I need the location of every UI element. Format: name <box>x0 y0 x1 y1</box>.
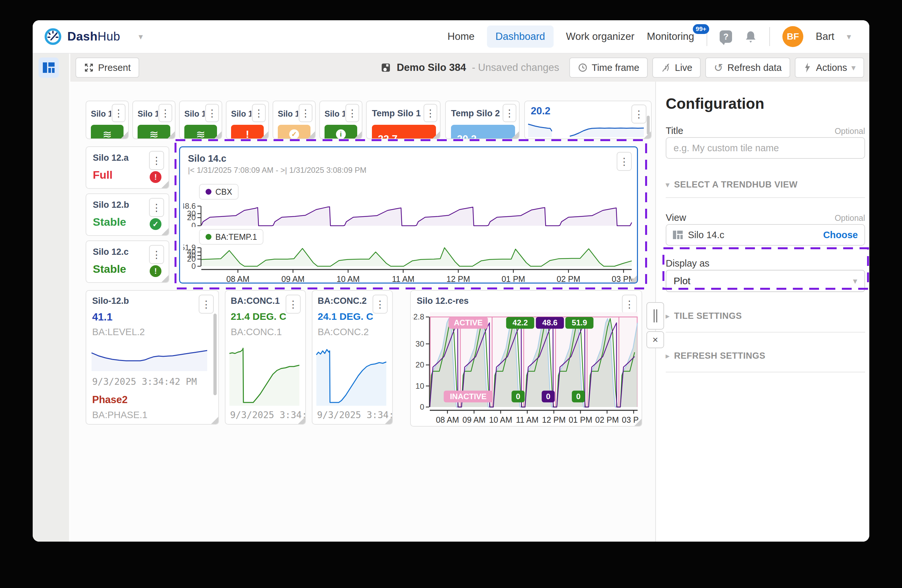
nav-item-home[interactable]: Home <box>448 31 474 42</box>
tile-silo-12b[interactable]: Silo 12.b ⋮ Stable ✓ <box>86 193 169 236</box>
tile-silo-small[interactable]: Silo 1⋮✓ <box>272 101 316 139</box>
panel-heading: Configuration <box>666 95 764 113</box>
section-refresh-settings[interactable]: ▸ REFRESH SETTINGS <box>666 351 766 361</box>
tile-silo-12a[interactable]: Silo 12.a ⋮ Full ! <box>86 146 169 189</box>
svg-text:11 AM: 11 AM <box>516 415 539 424</box>
nav-item-work-organizer[interactable]: Work organizer <box>566 31 635 42</box>
svg-text:09 AM: 09 AM <box>281 274 305 283</box>
conc1-sparkline-chart <box>229 338 301 407</box>
left-gutter <box>33 53 70 542</box>
svg-text:09 AM: 09 AM <box>462 415 485 424</box>
gauge-logo-icon <box>44 27 62 46</box>
section-tile-settings[interactable]: ▸ TILE SETTINGS <box>666 311 742 321</box>
tile-silo-small[interactable]: Silo 1⋮! <box>226 101 269 139</box>
avatar[interactable]: BF <box>782 26 803 47</box>
save-icon[interactable] <box>381 63 391 73</box>
value-badge: 22.7 <box>372 125 436 139</box>
alert-status-badge: ! <box>231 125 264 139</box>
kebab-menu-button[interactable]: ⋮ <box>617 152 632 171</box>
kebab-menu-button[interactable]: ⋮ <box>424 104 437 122</box>
tile-silo-12b-detail[interactable]: Silo-12.b ⋮ 41.1 BA:LEVEL.2 9/3/2025 3:3… <box>86 290 219 425</box>
tile-title: Silo 12.c-res <box>417 296 469 306</box>
time-frame-button[interactable]: Time frame <box>569 58 648 78</box>
tile-silo-small[interactable]: Silo 1⋮≋ <box>179 101 222 139</box>
dashboard-canvas: Silo 1⋮≋Silo 1⋮≋Silo 1⋮≋Silo 1⋮!Silo 1⋮✓… <box>70 82 655 542</box>
kebab-menu-button[interactable]: ⋮ <box>205 104 219 122</box>
top-nav: DashHub ▾ Home Dashboard Work organizer … <box>33 20 869 53</box>
kebab-menu-button[interactable]: ⋮ <box>345 104 359 122</box>
value-badge: 20.2 <box>451 125 515 139</box>
tile-silo-small[interactable]: Silo 1⋮i <box>319 101 362 139</box>
svg-text:0: 0 <box>516 392 520 401</box>
section-select-trendhub-view[interactable]: ▾ SELECT A TRENDHUB VIEW <box>666 180 798 190</box>
kebab-menu-button[interactable]: ⋮ <box>158 104 172 122</box>
scrollbar[interactable] <box>647 116 650 134</box>
nav-item-monitoring[interactable]: Monitoring99+ <box>647 31 694 42</box>
tile-ba-conc-1[interactable]: BA:CONC.1 ⋮ 21.4 DEG. C BA:CONC.1 9/3/20… <box>225 290 306 425</box>
tile-ba-conc-2[interactable]: BA:CONC.2 ⋮ 24.1 DEG. C BA:CONC.2 9/3/20… <box>312 290 393 425</box>
actions-button[interactable]: Actions ▾ <box>795 58 864 78</box>
kebab-menu-button[interactable]: ⋮ <box>286 295 301 314</box>
scrollbar[interactable] <box>213 314 217 395</box>
legend-dot <box>205 189 211 195</box>
present-button[interactable]: Present <box>75 58 139 78</box>
tile-silo-12c[interactable]: Silo 12.c ⋮ Stable ! <box>86 241 169 283</box>
tile-silo-14c-selected[interactable]: Silo 14.c |< 1/31/2025 7:08:09 AM - >| 1… <box>179 146 638 283</box>
view-picker[interactable]: Silo 14.c Choose <box>666 224 865 246</box>
logo-chevron-down-icon[interactable]: ▾ <box>139 32 143 42</box>
choose-link[interactable]: Choose <box>823 230 858 241</box>
tile-title: Silo 14.c <box>188 153 227 164</box>
kebab-menu-button[interactable]: ⋮ <box>199 295 214 314</box>
panel-close-button[interactable]: × <box>647 331 664 348</box>
user-chevron-down-icon[interactable]: ▾ <box>847 32 851 42</box>
tag-label: BA:LEVEL.2 <box>92 327 145 338</box>
tile-silo-small[interactable]: Silo 1⋮≋ <box>86 101 129 139</box>
user-name[interactable]: Bart <box>816 31 835 42</box>
kebab-menu-button[interactable]: ⋮ <box>252 104 266 122</box>
drag-bar-icon <box>654 310 655 322</box>
kebab-menu-button[interactable]: ⋮ <box>503 104 516 122</box>
status-text: Full <box>93 169 113 181</box>
tile-temp-silo-2[interactable]: Temp Silo 2 ⋮ 20.2 <box>445 101 520 139</box>
view-value: Silo 14.c <box>688 230 724 241</box>
live-button[interactable]: Live <box>652 58 701 78</box>
title-field-label: Title <box>666 125 683 136</box>
tile-temp-silo-1[interactable]: Temp Silo 1 ⋮ 22.7 <box>366 101 440 139</box>
optional-label: Optional <box>835 213 865 223</box>
kebab-menu-button[interactable]: ⋮ <box>149 245 164 264</box>
timestamp: 9/3/2025 3:34:2… <box>230 410 306 421</box>
waves-icon: ≋ <box>196 128 205 139</box>
cbx-chart: 48.630200 <box>183 202 633 227</box>
tile-silo-small[interactable]: Silo 1⋮≋ <box>132 101 175 139</box>
tile-spark-20[interactable]: 20.2 ⋮ <box>524 101 651 139</box>
chevron-right-icon: ▸ <box>666 312 670 321</box>
display-as-select[interactable]: Plot ▾ <box>666 270 865 292</box>
nav-item-dashboard[interactable]: Dashboard <box>487 25 554 48</box>
tile-title: Silo 1 <box>324 109 345 119</box>
configuration-panel: Configuration Title Optional e.g. My cus… <box>655 82 869 542</box>
help-icon[interactable]: ? <box>720 30 732 43</box>
logo[interactable]: DashHub ▾ <box>33 27 143 46</box>
clock-icon <box>578 63 587 72</box>
dashboard-layout-button[interactable] <box>39 58 59 78</box>
tile-silo-12c-res[interactable]: Silo 12.c-res ⋮ 42.8302010008 AM09 AM10 … <box>410 290 642 427</box>
svg-text:10 AM: 10 AM <box>337 274 360 283</box>
tile-title: Silo 1 <box>231 109 251 119</box>
legend-cbx[interactable]: CBX <box>199 184 238 200</box>
kebab-menu-button[interactable]: ⋮ <box>112 104 125 122</box>
svg-text:42.8: 42.8 <box>413 312 424 321</box>
display-as-label: Display as <box>666 258 709 269</box>
bell-icon[interactable] <box>744 30 757 43</box>
time-range-label: |< 1/31/2025 7:08:09 AM - >| 1/31/2025 3… <box>188 166 366 175</box>
refresh-data-button[interactable]: ↺ Refresh data <box>705 58 790 78</box>
legend-ba-temp[interactable]: BA:TEMP.1 <box>199 229 263 245</box>
svg-text:0: 0 <box>546 392 550 401</box>
conc2-sparkline-chart <box>316 338 388 407</box>
kebab-menu-button[interactable]: ⋮ <box>373 295 388 314</box>
title-input[interactable]: e.g. My custom tile name <box>666 137 865 159</box>
kebab-menu-button[interactable]: ⋮ <box>299 104 312 122</box>
kebab-menu-button[interactable]: ⋮ <box>149 198 164 217</box>
svg-text:03 PM: 03 PM <box>612 274 633 283</box>
kebab-menu-button[interactable]: ⋮ <box>149 151 164 170</box>
panel-resize-handle[interactable] <box>647 302 664 330</box>
